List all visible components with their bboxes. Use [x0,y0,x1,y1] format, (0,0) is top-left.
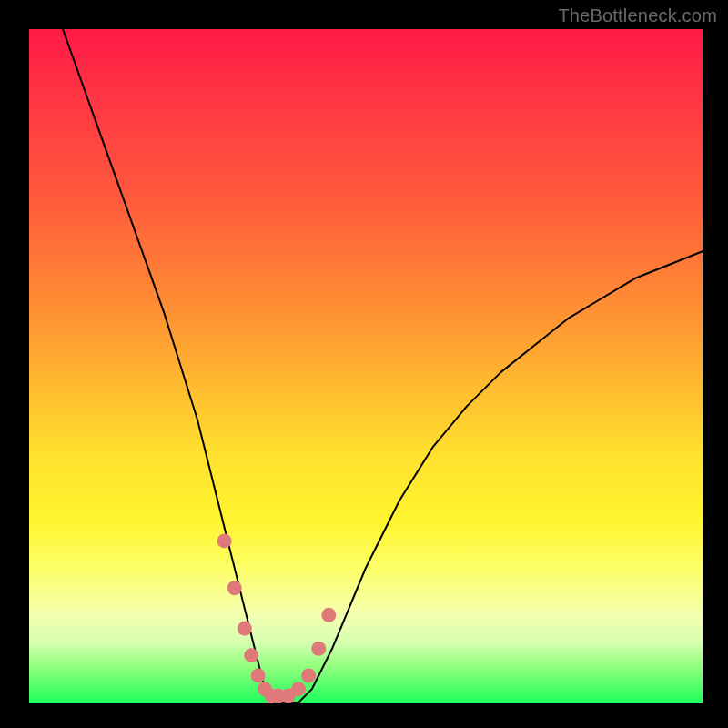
marker-dot [291,682,306,696]
marker-dot [301,668,316,682]
marker-dot [321,608,336,622]
marker-dot [311,642,326,656]
plot-svg [29,29,703,703]
bottleneck-curve [63,29,703,703]
marker-dot [228,581,242,595]
plot-area [29,29,703,703]
marker-dot [251,668,266,682]
chart-frame: TheBottleneck.com [0,0,728,728]
marker-dot [244,648,258,662]
marker-dot [238,622,252,636]
marker-dot [217,533,232,548]
watermark-text: TheBottleneck.com [558,5,717,26]
